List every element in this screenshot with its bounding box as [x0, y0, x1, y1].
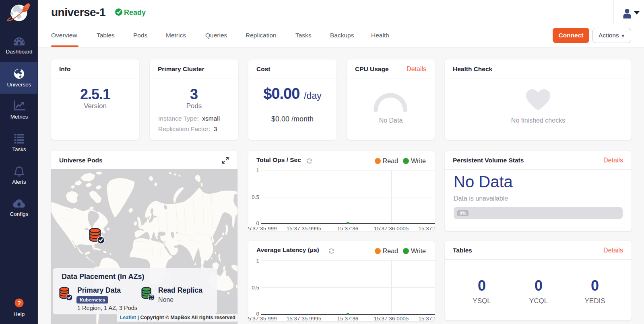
svg-text:?: ?	[17, 300, 21, 306]
